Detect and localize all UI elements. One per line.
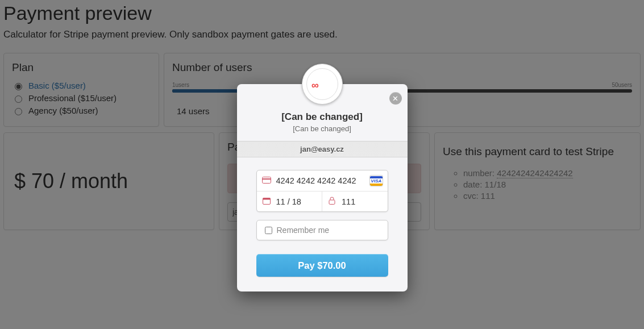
infinity-icon: ∞: [311, 80, 319, 91]
merchant-logo: ∞: [302, 64, 343, 105]
calendar-icon: [261, 197, 272, 206]
remember-me-row[interactable]: Remember me: [256, 220, 388, 240]
svg-rect-4: [329, 200, 335, 205]
card-input-box: VISA: [256, 170, 388, 212]
svg-rect-0: [262, 177, 271, 184]
remember-checkbox[interactable]: [265, 227, 272, 234]
stripe-modal: ∞ ✕ [Can be changed] [Can be changed] ja…: [237, 84, 408, 291]
card-icon: [261, 176, 272, 185]
modal-email[interactable]: jan@easy.cz: [237, 141, 408, 157]
card-number-input[interactable]: [275, 176, 368, 186]
svg-rect-1: [262, 178, 271, 180]
cvc-input[interactable]: [340, 197, 383, 207]
modal-subtitle: [Can be changed]: [237, 124, 408, 133]
lock-icon: [327, 197, 337, 206]
remember-label: Remember me: [277, 226, 330, 235]
svg-rect-3: [263, 198, 270, 199]
pay-button[interactable]: Pay $70.00: [256, 254, 388, 277]
expiry-input[interactable]: [275, 197, 318, 207]
visa-icon: VISA: [369, 175, 383, 186]
modal-title: [Can be changed]: [237, 111, 408, 123]
close-icon[interactable]: ✕: [389, 92, 402, 105]
